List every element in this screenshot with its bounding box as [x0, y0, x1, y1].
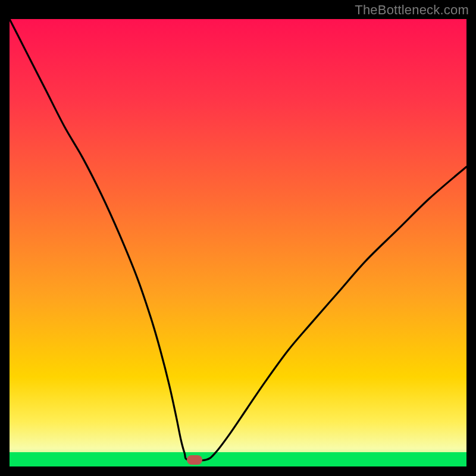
optimal-marker: [187, 455, 202, 465]
watermark-text: TheBottleneck.com: [355, 2, 469, 18]
plot-area: [10, 19, 466, 466]
curve-path: [10, 19, 466, 461]
bottleneck-curve: [10, 19, 466, 466]
chart-frame: TheBottleneck.com: [0, 0, 476, 476]
